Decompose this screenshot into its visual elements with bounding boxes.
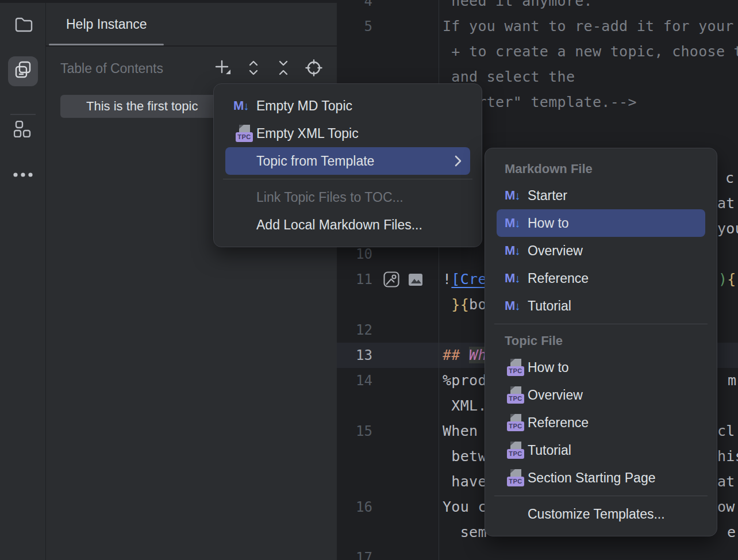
menu-item-label: Tutorial bbox=[528, 443, 571, 458]
locate-selection-button[interactable] bbox=[304, 59, 324, 79]
code-fragment: at bbox=[717, 469, 735, 494]
menu-item-how-to[interactable]: TPCHow to bbox=[497, 354, 705, 381]
code-token: betw bbox=[443, 448, 487, 465]
code-token: m bbox=[728, 372, 736, 389]
topic-file-icon: TPC bbox=[505, 358, 526, 377]
topic-file-icon: TPC bbox=[505, 440, 526, 460]
application-window: 4 need it anymore.5If you want to re-add… bbox=[0, 0, 738, 560]
sidebar-button-help-instance[interactable] bbox=[8, 56, 38, 86]
code-token: ow bbox=[717, 498, 735, 515]
menu-item-label: Add Local Markdown Files... bbox=[256, 217, 422, 233]
code-fragment: c bbox=[725, 166, 734, 191]
md-down-arrow: ↓ bbox=[243, 99, 249, 113]
code-token: { bbox=[727, 271, 736, 287]
menu-item-tutorial[interactable]: TPCTutorial bbox=[497, 436, 705, 464]
menu-item-label: Overview bbox=[528, 243, 583, 259]
panel-header: Help Instance bbox=[46, 0, 337, 47]
toc-item-first-topic[interactable]: This is the first topic bbox=[60, 95, 225, 118]
target-icon bbox=[305, 59, 322, 79]
line-number: 17 bbox=[337, 545, 372, 560]
markdown-file-icon: M↓ bbox=[505, 298, 520, 313]
code-text: sem bbox=[443, 520, 487, 545]
topic-icon-slot: TPC bbox=[505, 467, 528, 488]
tpc-badge: TPC bbox=[507, 449, 524, 459]
menu-item-overview[interactable]: TPCOverview bbox=[497, 381, 705, 409]
image-outline-icon[interactable] bbox=[382, 270, 401, 289]
icon-spacer bbox=[233, 187, 256, 208]
menu-item-label: Starter bbox=[528, 188, 567, 204]
md-down-arrow: ↓ bbox=[514, 244, 520, 258]
new-topic-menu: M↓Empty MD TopicTPCEmpty XML TopicTopic … bbox=[213, 83, 482, 247]
code-token: If you want to re-add it for your pr bbox=[443, 18, 738, 34]
topic-icon-slot: TPC bbox=[505, 412, 528, 433]
line-number: 12 bbox=[337, 317, 372, 343]
menu-item-label: Topic from Template bbox=[256, 154, 374, 169]
more-dots-icon bbox=[13, 170, 33, 180]
menu-item-empty-md-topic[interactable]: M↓Empty MD Topic bbox=[225, 92, 470, 120]
md-letter: M bbox=[505, 271, 515, 286]
code-text: need it anymore. bbox=[443, 0, 593, 14]
topic-file-icon: TPC bbox=[505, 385, 526, 405]
topic-icon-slot: TPC bbox=[505, 357, 528, 378]
menu-item-section-starting-page[interactable]: TPCSection Starting Page bbox=[497, 464, 705, 492]
md-letter: M bbox=[233, 98, 244, 113]
code-text: ![Cre bbox=[443, 267, 487, 292]
code-fragment: cl bbox=[717, 419, 735, 444]
md-letter: M bbox=[505, 188, 515, 203]
markdown-icon-slot: M↓ bbox=[505, 185, 528, 206]
code-fragment: m bbox=[728, 368, 736, 393]
code-token: have bbox=[443, 473, 487, 490]
image-filled-icon[interactable] bbox=[406, 270, 425, 289]
expand-all-button[interactable] bbox=[244, 59, 263, 79]
add-topic-button[interactable] bbox=[213, 59, 233, 79]
markdown-file-icon: M↓ bbox=[505, 243, 520, 258]
code-line: 17 bbox=[337, 545, 738, 560]
icon-spacer bbox=[233, 151, 256, 171]
line-number: 5 bbox=[337, 14, 372, 39]
code-token: at bbox=[717, 195, 735, 212]
code-fragment: you bbox=[717, 216, 738, 241]
expand-all-icon bbox=[245, 59, 262, 79]
menu-item-reference[interactable]: TPCReference bbox=[497, 409, 705, 436]
window-top-edge bbox=[0, 0, 337, 3]
icon-spacer bbox=[233, 214, 256, 235]
line-number: 11 bbox=[337, 267, 372, 292]
code-token: c bbox=[725, 170, 734, 186]
menu-item-topic-from-template[interactable]: Topic from Template bbox=[225, 147, 470, 175]
collapse-all-icon bbox=[275, 59, 292, 79]
line-number: 16 bbox=[337, 494, 372, 520]
line-number: 14 bbox=[337, 368, 372, 393]
collapse-all-button[interactable] bbox=[274, 59, 293, 79]
panel-title[interactable]: Help Instance bbox=[66, 17, 147, 32]
code-text: XML. bbox=[443, 393, 487, 419]
menu-item-reference[interactable]: M↓Reference bbox=[497, 264, 705, 292]
folder-icon bbox=[13, 14, 33, 36]
menu-item-customize-templates[interactable]: Customize Templates... bbox=[497, 500, 705, 528]
sidebar-button-project[interactable] bbox=[8, 10, 38, 40]
md-down-arrow: ↓ bbox=[514, 189, 520, 202]
code-token: %prod bbox=[443, 372, 487, 389]
menu-item-add-local-markdown-files[interactable]: Add Local Markdown Files... bbox=[225, 211, 470, 239]
md-down-arrow: ↓ bbox=[514, 272, 520, 285]
toc-header-label: Table of Contents bbox=[60, 61, 163, 76]
code-token: }{ bbox=[451, 296, 469, 313]
menu-item-empty-xml-topic[interactable]: TPCEmpty XML Topic bbox=[225, 120, 470, 147]
markdown-icon-slot: M↓ bbox=[505, 213, 528, 233]
menu-item-how-to[interactable]: M↓How to bbox=[497, 209, 705, 237]
menu-item-tutorial[interactable]: M↓Tutorial bbox=[497, 292, 705, 320]
sidebar-button-more[interactable] bbox=[8, 160, 38, 190]
markdown-file-icon: M↓ bbox=[505, 216, 520, 231]
menu-item-starter[interactable]: M↓Starter bbox=[497, 182, 705, 209]
menu-separator bbox=[494, 324, 708, 324]
menu-item-overview[interactable]: M↓Overview bbox=[497, 237, 705, 264]
tpc-badge: TPC bbox=[507, 421, 524, 431]
code-token: + to create a new topic, choose th bbox=[443, 43, 738, 60]
code-text: %prod bbox=[443, 368, 487, 393]
code-line: 5If you want to re-add it for your pr bbox=[337, 14, 738, 39]
code-token: er bbox=[727, 524, 738, 540]
sidebar-button-structure[interactable] bbox=[8, 115, 38, 145]
code-line: + to create a new topic, choose th bbox=[337, 39, 738, 64]
code-token: ## bbox=[443, 347, 469, 363]
code-token: sem bbox=[443, 524, 487, 540]
menu-item-link-topic-files-to-toc[interactable]: Link Topic Files to TOC... bbox=[225, 183, 470, 211]
